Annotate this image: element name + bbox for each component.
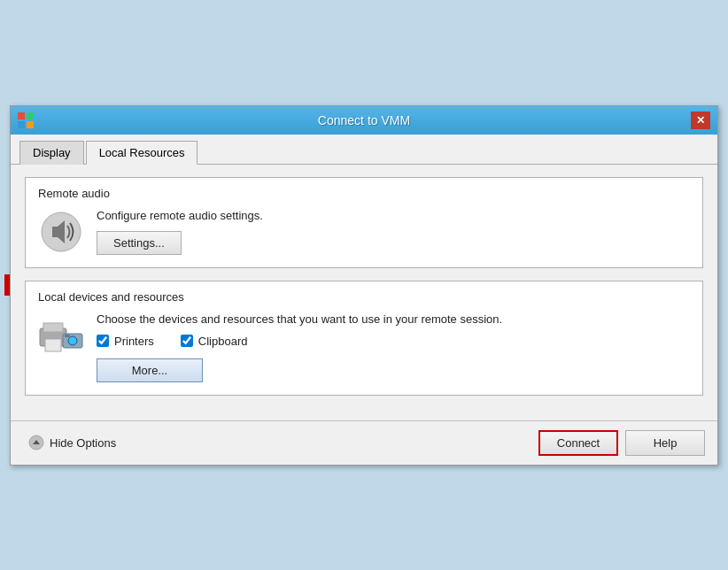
- svg-rect-7: [43, 323, 63, 332]
- printers-checkbox[interactable]: [97, 335, 109, 347]
- remote-audio-right: Configure remote audio settings. Setting…: [97, 209, 690, 255]
- hide-options-button[interactable]: Hide Options: [23, 431, 121, 454]
- content-area: Remote audio Configure re: [11, 165, 717, 420]
- remote-audio-inner: Configure remote audio settings. Setting…: [38, 209, 690, 255]
- local-devices-desc: Choose the devices and resources that yo…: [97, 312, 690, 326]
- window-body: Display Local Resources Remote audio: [11, 135, 717, 465]
- svg-rect-12: [65, 335, 70, 337]
- title-bar-title: Connect to VMM: [318, 113, 410, 127]
- help-button[interactable]: Help: [625, 430, 705, 456]
- footer: Hide Options Connect Help: [11, 420, 717, 465]
- remote-audio-section: Remote audio Configure re: [25, 177, 703, 268]
- clipboard-checkbox[interactable]: [181, 335, 193, 347]
- clipboard-checkbox-item: Clipboard: [181, 335, 248, 348]
- tab-local-resources[interactable]: Local Resources: [86, 141, 198, 165]
- speaker-svg: [40, 211, 82, 253]
- main-window: Connect to VMM ✕ Display Local Resources…: [10, 105, 718, 466]
- title-bar-left: [18, 112, 34, 128]
- devices-svg: [38, 314, 84, 357]
- local-devices-title: Local devices and resources: [38, 290, 690, 304]
- footer-left: Hide Options: [23, 431, 121, 454]
- svg-rect-0: [18, 112, 25, 119]
- red-pin: [4, 274, 10, 296]
- settings-button[interactable]: Settings...: [97, 231, 182, 255]
- title-bar-controls: ✕: [691, 112, 710, 129]
- hide-options-label: Hide Options: [50, 436, 116, 450]
- more-button[interactable]: More...: [97, 358, 203, 382]
- tab-display[interactable]: Display: [19, 141, 84, 165]
- connect-button[interactable]: Connect: [538, 430, 618, 456]
- printers-label: Printers: [114, 335, 154, 348]
- local-devices-right: Choose the devices and resources that yo…: [97, 312, 690, 382]
- title-bar: Connect to VMM ✕: [11, 106, 717, 135]
- local-devices-section: Local devices and resources: [25, 281, 703, 396]
- speaker-icon: [38, 209, 84, 255]
- close-button[interactable]: ✕: [691, 112, 710, 129]
- local-devices-inner: Choose the devices and resources that yo…: [38, 312, 690, 382]
- window-icon: [18, 112, 34, 128]
- remote-audio-title: Remote audio: [38, 187, 690, 200]
- tab-bar: Display Local Resources: [11, 135, 717, 165]
- footer-right: Connect Help: [538, 430, 705, 456]
- svg-rect-2: [18, 121, 25, 128]
- clipboard-label: Clipboard: [198, 335, 248, 348]
- checkboxes-row: Printers Clipboard: [97, 335, 690, 348]
- svg-rect-1: [27, 112, 34, 119]
- devices-icon: [38, 312, 84, 358]
- hide-options-icon: [28, 435, 44, 451]
- printers-checkbox-item: Printers: [97, 335, 154, 348]
- svg-rect-3: [27, 121, 34, 128]
- remote-audio-desc: Configure remote audio settings.: [97, 209, 690, 222]
- svg-rect-8: [45, 339, 61, 351]
- svg-point-11: [70, 338, 75, 343]
